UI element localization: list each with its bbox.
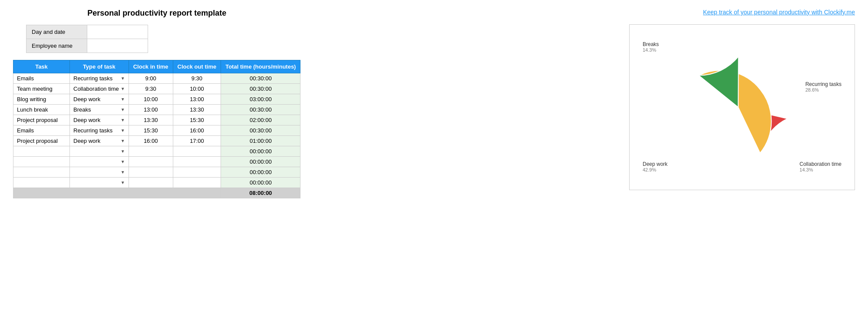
cell-type[interactable]: Deep work ▼ bbox=[70, 136, 129, 146]
cell-clock-in bbox=[129, 146, 173, 157]
cell-clock-out bbox=[173, 157, 221, 167]
cell-type[interactable]: Deep work ▼ bbox=[70, 115, 129, 125]
cell-clock-out bbox=[173, 146, 221, 157]
chart-label-collab: Collaboration time 14.3% bbox=[799, 161, 842, 172]
table-row: ▼ 00:00:00 bbox=[13, 146, 300, 157]
header-clock-out: Clock out time bbox=[173, 60, 221, 73]
cell-task bbox=[13, 167, 70, 178]
cell-clock-out bbox=[173, 167, 221, 178]
chart-label-deepwork: Deep work 42.9% bbox=[643, 161, 667, 172]
cell-task bbox=[13, 157, 70, 167]
pie-chart-container: Breaks 14.3% Recurring tasks 28.6% Colla… bbox=[629, 24, 855, 190]
pie-chart-svg bbox=[682, 51, 795, 164]
day-date-label: Day and date bbox=[26, 25, 87, 39]
dropdown-arrow-icon[interactable]: ▼ bbox=[121, 159, 125, 164]
page-layout: Personal productivity report template Da… bbox=[13, 9, 855, 198]
dropdown-arrow-icon[interactable]: ▼ bbox=[121, 138, 125, 143]
info-table: Day and date Employee name bbox=[26, 25, 148, 53]
cell-clock-out bbox=[173, 178, 221, 188]
dropdown-arrow-icon[interactable]: ▼ bbox=[121, 118, 125, 122]
cell-clock-in: 13:30 bbox=[129, 115, 173, 125]
cell-clock-in bbox=[129, 167, 173, 178]
info-row-employee: Employee name bbox=[26, 39, 148, 53]
cell-clock-in: 9:30 bbox=[129, 84, 173, 94]
cell-task: Emails bbox=[13, 125, 70, 136]
grand-total-value: 08:00:00 bbox=[221, 188, 300, 198]
cell-clock-in: 15:30 bbox=[129, 125, 173, 136]
cell-type[interactable]: ▼ bbox=[70, 167, 129, 178]
dropdown-arrow-icon[interactable]: ▼ bbox=[121, 180, 125, 185]
cell-total: 02:00:00 bbox=[221, 115, 300, 125]
chart-label-breaks: Breaks 14.3% bbox=[643, 41, 659, 53]
table-row: Project proposal Deep work ▼ 16:00 17:00… bbox=[13, 136, 300, 146]
cell-type[interactable]: Breaks ▼ bbox=[70, 105, 129, 115]
cell-clock-in bbox=[129, 157, 173, 167]
cell-total: 00:30:00 bbox=[221, 84, 300, 94]
cell-clock-out: 16:00 bbox=[173, 125, 221, 136]
cell-task: Blog writing bbox=[13, 94, 70, 105]
clockify-link[interactable]: Keep track of your personal productivity… bbox=[703, 9, 855, 16]
table-row: Lunch break Breaks ▼ 13:00 13:30 00:30:0… bbox=[13, 105, 300, 115]
table-row: Emails Recurring tasks ▼ 9:00 9:30 00:30… bbox=[13, 73, 300, 84]
header-total: Total time (hours/minutes) bbox=[221, 60, 300, 73]
cell-type[interactable]: ▼ bbox=[70, 178, 129, 188]
cell-type[interactable]: Recurring tasks ▼ bbox=[70, 73, 129, 84]
cell-type[interactable]: Collaboration time ▼ bbox=[70, 84, 129, 94]
cell-clock-out: 13:30 bbox=[173, 105, 221, 115]
cell-clock-in: 13:00 bbox=[129, 105, 173, 115]
cell-task: Project proposal bbox=[13, 136, 70, 146]
cell-total: 00:30:00 bbox=[221, 105, 300, 115]
cell-total: 00:00:00 bbox=[221, 178, 300, 188]
table-row: ▼ 00:00:00 bbox=[13, 167, 300, 178]
cell-task: Emails bbox=[13, 73, 70, 84]
cell-clock-in: 16:00 bbox=[129, 136, 173, 146]
cell-total: 00:00:00 bbox=[221, 157, 300, 167]
cell-clock-out: 13:00 bbox=[173, 94, 221, 105]
dropdown-arrow-icon[interactable]: ▼ bbox=[121, 86, 125, 91]
cell-task bbox=[13, 146, 70, 157]
info-row-day: Day and date bbox=[26, 25, 148, 39]
chart-wrapper: Breaks 14.3% Recurring tasks 28.6% Colla… bbox=[643, 33, 842, 181]
table-row: ▼ 00:00:00 bbox=[13, 157, 300, 167]
cell-type[interactable]: ▼ bbox=[70, 146, 129, 157]
cell-clock-out: 10:00 bbox=[173, 84, 221, 94]
cell-clock-out: 17:00 bbox=[173, 136, 221, 146]
day-date-value[interactable] bbox=[87, 25, 148, 39]
table-row: Blog writing Deep work ▼ 10:00 13:00 03:… bbox=[13, 94, 300, 105]
right-section: Keep track of your personal productivity… bbox=[318, 9, 855, 190]
report-title: Personal productivity report template bbox=[13, 9, 300, 18]
cell-total: 00:30:00 bbox=[221, 125, 300, 136]
cell-type[interactable]: Deep work ▼ bbox=[70, 94, 129, 105]
dropdown-arrow-icon[interactable]: ▼ bbox=[121, 97, 125, 102]
table-row: Emails Recurring tasks ▼ 15:30 16:00 00:… bbox=[13, 125, 300, 136]
dropdown-arrow-icon[interactable]: ▼ bbox=[121, 149, 125, 154]
cell-task: Project proposal bbox=[13, 115, 70, 125]
cell-total: 01:00:00 bbox=[221, 136, 300, 146]
cell-clock-in bbox=[129, 178, 173, 188]
cell-clock-in: 10:00 bbox=[129, 94, 173, 105]
header-clock-in: Clock in time bbox=[129, 60, 173, 73]
cell-total: 00:30:00 bbox=[221, 73, 300, 84]
grand-total-row: 08:00:00 bbox=[13, 188, 300, 198]
cell-task: Team meeting bbox=[13, 84, 70, 94]
cell-type[interactable]: Recurring tasks ▼ bbox=[70, 125, 129, 136]
cell-total: 00:00:00 bbox=[221, 167, 300, 178]
table-row: ▼ 00:00:00 bbox=[13, 178, 300, 188]
cell-task bbox=[13, 178, 70, 188]
cell-clock-in: 9:00 bbox=[129, 73, 173, 84]
cell-task: Lunch break bbox=[13, 105, 70, 115]
pie-segment-breaks bbox=[699, 56, 739, 107]
cell-type[interactable]: ▼ bbox=[70, 157, 129, 167]
table-row: Project proposal Deep work ▼ 13:30 15:30… bbox=[13, 115, 300, 125]
employee-name-value[interactable] bbox=[87, 39, 148, 53]
dropdown-arrow-icon[interactable]: ▼ bbox=[121, 170, 125, 175]
cell-clock-out: 9:30 bbox=[173, 73, 221, 84]
grand-total-label bbox=[13, 188, 221, 198]
dropdown-arrow-icon[interactable]: ▼ bbox=[121, 128, 125, 133]
cell-clock-out: 15:30 bbox=[173, 115, 221, 125]
dropdown-arrow-icon[interactable]: ▼ bbox=[121, 76, 125, 81]
table-row: Team meeting Collaboration time ▼ 9:30 1… bbox=[13, 84, 300, 94]
task-table: Task Type of task Clock in time Clock ou… bbox=[13, 60, 300, 198]
dropdown-arrow-icon[interactable]: ▼ bbox=[121, 107, 125, 112]
header-type: Type of task bbox=[70, 60, 129, 73]
